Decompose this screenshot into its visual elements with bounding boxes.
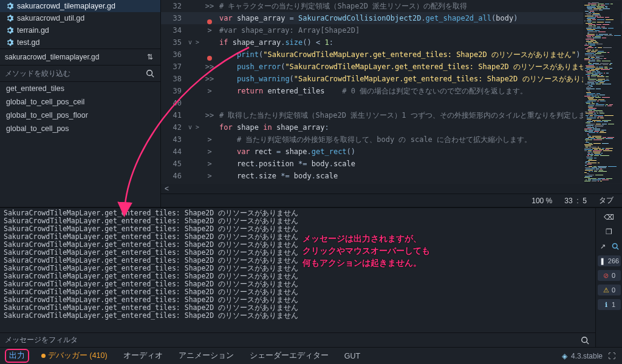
method-item-1[interactable]: global_to_cell_pos_ceil bbox=[0, 95, 160, 109]
script-file-name: sakuracrowd_util.gd bbox=[17, 14, 84, 22]
code-editor: 32>># キャラクターの当たり判定領域（Shape2D 派生リソース）の配列を… bbox=[161, 0, 622, 207]
method-item-0[interactable]: get_entered_tiles bbox=[0, 82, 160, 95]
script-icon bbox=[6, 39, 13, 46]
script-icon bbox=[6, 2, 13, 10]
output-filter-bar: メッセージをフィルタ bbox=[0, 332, 595, 347]
message-count-badge[interactable]: ❚266 bbox=[598, 255, 621, 266]
code-line[interactable]: 44> var rect = shape.get_rect() bbox=[161, 146, 622, 158]
search-icon[interactable] bbox=[145, 68, 156, 79]
scroll-left-icon[interactable]: < bbox=[165, 184, 169, 193]
file-filter-bar: sakuracrowd_tilemaplayer.gd ⇅ bbox=[0, 49, 160, 65]
method-filter-placeholder[interactable]: メソッドを絞り込む bbox=[5, 69, 70, 79]
svg-point-0 bbox=[147, 70, 152, 76]
bottom-tab-gut[interactable]: GUT bbox=[341, 351, 364, 362]
code-line[interactable]: 43> # 当たり判定領域の外接矩形を取得して、body の scale に合わ… bbox=[161, 133, 622, 146]
copy-output-icon[interactable]: ❐ bbox=[604, 226, 615, 237]
script-icon bbox=[6, 27, 13, 34]
bottom-tab-shader[interactable]: シェーダーエディター bbox=[246, 349, 332, 362]
search-icon[interactable] bbox=[610, 241, 621, 252]
code-line[interactable]: 38>> push_warning("SakuraCrowdTileMapLay… bbox=[161, 73, 622, 85]
script-icon bbox=[6, 15, 13, 22]
script-file-1[interactable]: sakuracrowd_util.gd bbox=[0, 12, 160, 24]
output-log[interactable]: SakuraCrowdTileMapLayer.get_entered_tile… bbox=[0, 208, 595, 332]
output-filter-input[interactable]: メッセージをフィルタ bbox=[5, 335, 579, 345]
error-count-badge[interactable]: ⊘0 bbox=[598, 270, 621, 281]
code-line[interactable]: 42v >for shape in shape_array: bbox=[161, 121, 622, 133]
script-file-0[interactable]: sakuracrowd_tilemaplayer.gd bbox=[0, 0, 160, 12]
code-area[interactable]: 32>># キャラクターの当たり判定領域（Shape2D 派生リソース）の配列を… bbox=[161, 0, 622, 184]
godot-icon: ◈ bbox=[562, 352, 567, 360]
bottom-tab-output[interactable]: 出力 bbox=[5, 349, 29, 363]
code-line[interactable]: 46> rect.size *= body.scale bbox=[161, 170, 622, 182]
code-line[interactable]: 32>># キャラクターの当たり判定領域（Shape2D 派生リソース）の配列を… bbox=[161, 0, 622, 12]
warning-count-badge[interactable]: ⚠0 bbox=[598, 285, 621, 295]
script-file-list: sakuracrowd_tilemaplayer.gdsakuracrowd_u… bbox=[0, 0, 160, 49]
version-label: ◈ 4.3.stable ⛶ bbox=[562, 351, 617, 362]
svg-point-2 bbox=[582, 337, 587, 342]
external-icon[interactable]: ↗ bbox=[598, 241, 609, 252]
script-file-2[interactable]: terrain.gd bbox=[0, 24, 160, 36]
script-file-name: sakuracrowd_tilemaplayer.gd bbox=[17, 2, 115, 10]
method-list: get_entered_tilesglobal_to_cell_pos_ceil… bbox=[0, 82, 160, 135]
output-panel: SakuraCrowdTileMapLayer.get_entered_tile… bbox=[0, 207, 622, 347]
script-file-name: terrain.gd bbox=[17, 26, 49, 35]
bottom-tab-debugger[interactable]: デバッガー (410) bbox=[38, 349, 111, 362]
code-line[interactable]: 45> rect.position *= body.scale bbox=[161, 158, 622, 170]
method-filter-bar: メソッドを絞り込む bbox=[0, 65, 160, 82]
output-line: SakuraCrowdTileMapLayer.get_entered_tile… bbox=[4, 312, 592, 320]
code-line[interactable]: 34>#var shape_array: Array[Shape2D] bbox=[161, 24, 622, 36]
minimap[interactable] bbox=[583, 1, 621, 183]
svg-line-3 bbox=[587, 342, 589, 344]
script-sidebar: sakuracrowd_tilemaplayer.gdsakuracrowd_u… bbox=[0, 0, 161, 207]
code-line[interactable]: 33var shape_array = SakuraCrowdCollision… bbox=[161, 12, 622, 24]
script-file-3[interactable]: test.gd bbox=[0, 36, 160, 49]
code-line[interactable]: 37>> push_error("SakuraCrowdTileMapLayer… bbox=[161, 61, 622, 73]
file-filter-text: sakuracrowd_tilemaplayer.gd bbox=[5, 53, 99, 61]
sort-icon[interactable]: ⇅ bbox=[145, 52, 156, 62]
info-count-badge[interactable]: ℹ1 bbox=[598, 299, 621, 310]
method-item-2[interactable]: global_to_cell_pos_floor bbox=[0, 109, 160, 122]
svg-line-1 bbox=[152, 75, 154, 78]
clear-output-icon[interactable]: ⌫ bbox=[604, 212, 615, 223]
bottom-dock-tabs: 出力デバッガー (410)オーディオアニメーションシェーダーエディターGUT ◈… bbox=[0, 347, 622, 364]
cursor-pos[interactable]: 33 : 5 bbox=[564, 197, 587, 205]
method-item-3[interactable]: global_to_cell_pos bbox=[0, 122, 160, 135]
svg-point-4 bbox=[612, 244, 617, 249]
debug-dot-icon bbox=[41, 354, 46, 358]
code-line[interactable]: 39> return entered_tiles # 0 個の場合は判定できない… bbox=[161, 85, 622, 97]
code-line[interactable]: 40 bbox=[161, 97, 622, 109]
svg-line-5 bbox=[617, 248, 618, 249]
bottom-tab-anim[interactable]: アニメーション bbox=[175, 349, 238, 362]
output-side-toolbar: ⌫ ❐ ↗ ❚266 ⊘0 ⚠0 ℹ1 bbox=[595, 208, 622, 347]
search-icon[interactable] bbox=[579, 335, 590, 346]
code-line[interactable]: 41>># 取得した当たり判定領域（Shape2D 派生リソース）1 つずつ、そ… bbox=[161, 109, 622, 121]
script-file-name: test.gd bbox=[17, 38, 40, 47]
indent-mode[interactable]: タブ bbox=[599, 195, 613, 206]
code-line[interactable]: 47 bbox=[161, 182, 622, 184]
zoom-level[interactable]: 100 % bbox=[531, 197, 552, 205]
code-line[interactable]: 36 print("SakuraCrowdTileMapLayer.get_en… bbox=[161, 49, 622, 61]
bottom-tab-audio[interactable]: オーディオ bbox=[120, 349, 166, 362]
maximize-dock-icon[interactable]: ⛶ bbox=[606, 351, 617, 362]
code-line[interactable]: 35v >if shape_array.size() < 1: bbox=[161, 36, 622, 49]
editor-hscroll[interactable]: < bbox=[161, 184, 622, 194]
editor-status-bar: 100 % 33 : 5 タブ bbox=[161, 194, 622, 207]
